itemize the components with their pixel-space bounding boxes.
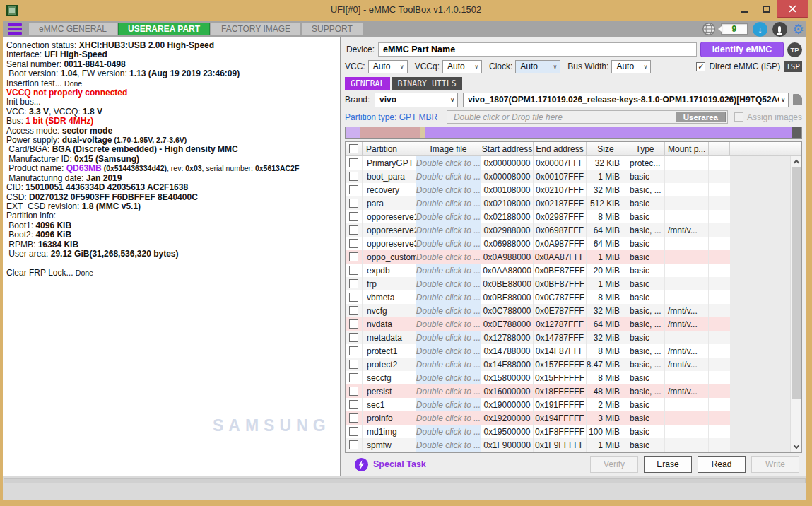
table-row[interactable]: protect1Double click to ...0x147880000x1… bbox=[346, 344, 730, 358]
pin-button[interactable] bbox=[772, 22, 787, 37]
log-line: Boot1: 4096 KiB bbox=[6, 221, 340, 230]
write-button[interactable]: Write bbox=[751, 456, 799, 473]
row-checkbox[interactable] bbox=[349, 413, 358, 423]
table-row[interactable]: boot_paraDouble click to ...0x000080000x… bbox=[346, 170, 730, 183]
image-drop-input[interactable]: Double click or Drop file here Userarea bbox=[447, 110, 728, 124]
table-row[interactable]: proinfoDouble click to ...0x192000000x19… bbox=[346, 411, 730, 425]
column-header-start-address[interactable]: Start address bbox=[481, 142, 534, 155]
brand-select[interactable]: vivo∨ bbox=[375, 93, 458, 107]
chevron-down-icon: ∨ bbox=[644, 64, 648, 70]
tab-support[interactable]: SUPPORT bbox=[302, 23, 363, 35]
table-row[interactable]: opporeserve2Double click to ...0x0298800… bbox=[346, 223, 730, 237]
row-checkbox[interactable] bbox=[349, 185, 358, 194]
download-button[interactable]: ↓ bbox=[753, 22, 767, 37]
table-row[interactable]: metadataDouble click to ...0x127880000x1… bbox=[346, 331, 730, 344]
row-checkbox[interactable] bbox=[349, 319, 358, 329]
row-checkbox[interactable] bbox=[349, 306, 358, 315]
table-row[interactable]: oppo_customDouble click to ...0x0A988000… bbox=[346, 250, 730, 264]
table-row[interactable]: seccfgDouble click to ...0x158000000x15F… bbox=[346, 371, 730, 384]
row-checkbox[interactable] bbox=[349, 373, 358, 382]
row-checkbox[interactable] bbox=[349, 252, 358, 261]
column-header-size[interactable]: Size bbox=[587, 142, 625, 155]
table-row[interactable]: paraDouble click to ...0x021080000x02187… bbox=[346, 196, 730, 210]
vcc-select[interactable]: Auto∨ bbox=[368, 60, 408, 73]
column-header-mount-point[interactable]: Mount p... bbox=[665, 142, 709, 155]
tab-userarea-part[interactable]: USERAREA PART bbox=[118, 23, 210, 35]
log-line: Insertion test... Done bbox=[6, 79, 340, 88]
row-checkbox[interactable] bbox=[349, 172, 358, 181]
table-row[interactable]: opporeserve1Double click to ...0x0218800… bbox=[346, 210, 730, 223]
row-checkbox[interactable] bbox=[349, 279, 358, 288]
isp-badge: ISP bbox=[784, 61, 802, 72]
tp-badge[interactable]: TP bbox=[787, 42, 802, 57]
table-row[interactable]: nvdataDouble click to ...0x0E7880000x127… bbox=[346, 317, 730, 331]
row-checkbox[interactable] bbox=[349, 239, 358, 248]
table-row[interactable]: opporeserve3Double click to ...0x0698800… bbox=[346, 237, 730, 250]
select-all-checkbox[interactable] bbox=[349, 144, 358, 153]
column-header-end-address[interactable]: End address bbox=[534, 142, 587, 155]
vccq-select[interactable]: Auto∨ bbox=[442, 60, 482, 73]
partition-map-segment bbox=[425, 127, 792, 138]
partition-map-bar bbox=[345, 126, 802, 139]
clock-select[interactable]: Auto∨ bbox=[515, 60, 560, 73]
table-scrollbar[interactable] bbox=[790, 156, 801, 452]
row-checkbox[interactable] bbox=[349, 158, 358, 167]
table-row[interactable]: PrimaryGPTDouble click to ...0x000000000… bbox=[346, 156, 730, 170]
drop-placeholder: Double click or Drop file here bbox=[454, 112, 563, 122]
table-row[interactable]: nvcfgDouble click to ...0x0C7880000x0E78… bbox=[346, 304, 730, 317]
column-header-partition[interactable]: Partition bbox=[363, 142, 416, 155]
scrollbar-thumb[interactable] bbox=[792, 167, 801, 399]
table-row-partial[interactable] bbox=[346, 452, 730, 452]
row-checkbox[interactable] bbox=[349, 387, 358, 396]
identify-emmc-button[interactable]: Identify eMMC bbox=[700, 42, 784, 57]
column-header-image-file[interactable]: Image file bbox=[416, 142, 481, 155]
bus-width-select[interactable]: Auto∨ bbox=[611, 60, 651, 73]
menu-icon[interactable] bbox=[8, 23, 22, 35]
table-row[interactable]: persistDouble click to ...0x160000000x18… bbox=[346, 384, 730, 398]
log-line: Interface: UFI High-Speed bbox=[6, 50, 340, 59]
row-checkbox[interactable] bbox=[349, 333, 358, 342]
globe-icon[interactable] bbox=[702, 22, 716, 36]
table-row[interactable]: md1imgDouble click to ...0x195000000x1F8… bbox=[346, 425, 730, 438]
row-checkbox[interactable] bbox=[349, 427, 358, 436]
row-checkbox[interactable] bbox=[349, 212, 358, 221]
verify-button[interactable]: Verify bbox=[590, 456, 638, 473]
row-checkbox[interactable] bbox=[349, 199, 358, 208]
row-checkbox[interactable] bbox=[349, 346, 358, 355]
table-row[interactable]: vbmetaDouble click to ...0x0BF880000x0C7… bbox=[346, 290, 730, 304]
minimize-button[interactable] bbox=[734, 0, 755, 18]
table-row[interactable]: spmfwDouble click to ...0x1F9000000x1F9F… bbox=[346, 438, 730, 452]
row-checkbox[interactable] bbox=[349, 440, 358, 449]
row-checkbox[interactable] bbox=[349, 225, 358, 235]
row-checkbox[interactable] bbox=[349, 360, 358, 369]
tab-binary-utils[interactable]: BINARY UTILS bbox=[392, 77, 461, 90]
tab-general[interactable]: GENERAL bbox=[345, 77, 390, 90]
row-checkbox[interactable] bbox=[349, 266, 358, 275]
maximize-button[interactable] bbox=[755, 0, 777, 18]
settings-gear-icon[interactable]: ⚙ bbox=[792, 23, 804, 36]
row-checkbox[interactable] bbox=[349, 400, 358, 409]
row-checkbox[interactable] bbox=[349, 293, 358, 302]
close-button[interactable] bbox=[777, 0, 808, 18]
tab-emmc-general[interactable]: eMMC GENERAL bbox=[29, 23, 117, 35]
userarea-button[interactable]: Userarea bbox=[676, 112, 726, 122]
log-line: VCC: 3.3 V, VCCQ: 1.8 V bbox=[6, 107, 340, 117]
table-row[interactable]: expdbDouble click to ...0x0AA880000x0BE8… bbox=[346, 264, 730, 277]
column-header-type[interactable]: Type bbox=[625, 142, 665, 155]
model-select[interactable]: vivo_1807(OPM1.171019.026_release-keys-8… bbox=[463, 93, 789, 107]
read-button[interactable]: Read bbox=[698, 456, 746, 473]
table-row[interactable]: sec1Double click to ...0x190000000x191FF… bbox=[346, 398, 730, 411]
table-row[interactable]: recoveryDouble click to ...0x001080000x0… bbox=[346, 183, 730, 196]
table-row[interactable]: protect2Double click to ...0x14F880000x1… bbox=[346, 358, 730, 371]
erase-button[interactable]: Erase bbox=[644, 456, 692, 473]
tab-factory-image[interactable]: FACTORY IMAGE bbox=[211, 23, 300, 35]
scroll-up-button[interactable] bbox=[791, 156, 801, 167]
direct-emmc-checkbox[interactable]: ✓ bbox=[696, 62, 705, 71]
file-icon[interactable] bbox=[793, 94, 802, 105]
special-task-button[interactable]: Special Task bbox=[355, 458, 426, 471]
assign-images-checkbox[interactable] bbox=[734, 112, 743, 122]
table-row[interactable]: frpDouble click to ...0x0BE880000x0BF87F… bbox=[346, 277, 730, 290]
scroll-down-button[interactable] bbox=[791, 442, 801, 452]
action-bar: Special Task Verify Erase Read Write bbox=[345, 453, 802, 476]
device-name-input[interactable]: eMMC Part Name bbox=[378, 42, 697, 57]
